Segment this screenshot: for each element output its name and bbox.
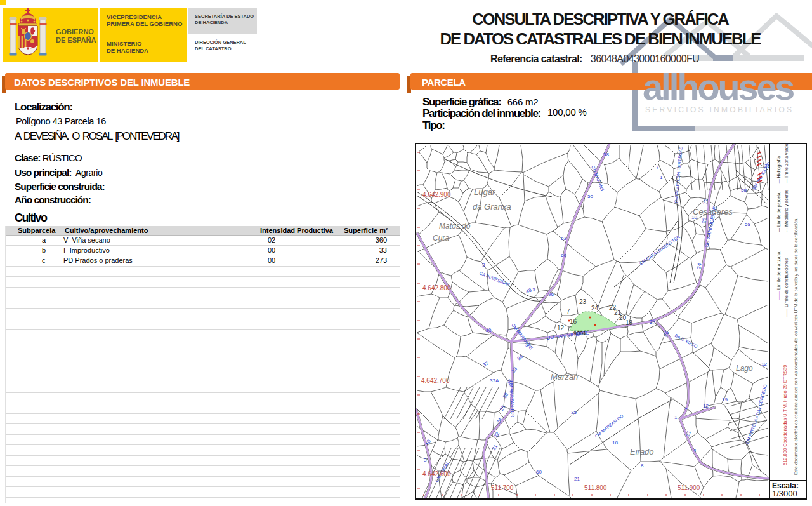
svg-text:4.642.700: 4.642.700 (421, 377, 450, 384)
svg-text:58: 58 (603, 152, 609, 157)
svg-text:8: 8 (641, 463, 644, 469)
svg-text:19: 19 (722, 397, 728, 403)
svg-text:7: 7 (656, 164, 659, 170)
svg-text:511.700: 511.700 (491, 484, 514, 491)
svg-text:63: 63 (561, 236, 566, 241)
svg-text:24: 24 (591, 305, 599, 312)
svg-text:1/3000: 1/3000 (772, 489, 797, 498)
svg-text:3: 3 (424, 457, 427, 463)
svg-text:da Granxa: da Granxa (473, 202, 511, 211)
svg-text:1: 1 (660, 175, 663, 180)
svg-text:4: 4 (693, 448, 697, 453)
svg-text:23: 23 (579, 298, 587, 305)
svg-text:—— Límite de construcciones: —— Límite de construcciones (784, 258, 789, 317)
svg-text:511.900: 511.900 (678, 484, 700, 491)
svg-text:4.642.600: 4.642.600 (422, 470, 451, 477)
svg-text:7: 7 (684, 407, 688, 413)
svg-text:25: 25 (649, 319, 656, 325)
svg-text:12: 12 (761, 361, 767, 367)
svg-text:18: 18 (625, 319, 633, 326)
svg-text:511.800: 511.800 (584, 484, 607, 491)
svg-text:4.642.900: 4.642.900 (422, 191, 451, 198)
svg-text:Eirado: Eirado (630, 447, 654, 456)
svg-text:18: 18 (612, 440, 618, 446)
svg-text:—— Límite de manzana: —— Límite de manzana (776, 251, 781, 300)
svg-text:58: 58 (745, 222, 750, 227)
svg-text:35: 35 (571, 409, 577, 415)
svg-text:50: 50 (587, 194, 593, 199)
svg-text:1: 1 (674, 415, 678, 420)
svg-text:37A: 37A (490, 378, 499, 383)
svg-text:16: 16 (570, 318, 577, 325)
svg-text:7: 7 (566, 308, 570, 315)
svg-text:512.000 Coordenadas U.T.M. Hus: 512.000 Coordenadas U.T.M. Huso 29 ETRS8… (782, 365, 788, 465)
svg-text:Cura: Cura (433, 234, 449, 243)
svg-text:3: 3 (482, 262, 485, 268)
svg-text:60: 60 (536, 469, 542, 475)
svg-text:12: 12 (557, 324, 565, 331)
svg-text:96: 96 (548, 291, 554, 297)
svg-text:58: 58 (741, 187, 747, 193)
svg-text:9001: 9001 (573, 330, 586, 336)
svg-text:Lugar: Lugar (474, 187, 495, 197)
svg-text:4.642.800: 4.642.800 (422, 284, 451, 291)
svg-text:Marzan: Marzan (551, 372, 578, 382)
svg-text:Matos do: Matos do (439, 222, 471, 230)
svg-text:12: 12 (703, 403, 709, 409)
svg-text:21: 21 (574, 476, 580, 482)
svg-text:Este documento electrónico con: Este documento electrónico contiene anex… (794, 218, 799, 475)
svg-text:— Límite de parcela— Hidrogr: — Límite de parcela— Hidrografía (776, 156, 782, 232)
svg-text:60: 60 (561, 253, 566, 258)
svg-text:Cesaderes: Cesaderes (693, 207, 733, 216)
svg-text:Lago: Lago (736, 364, 753, 373)
